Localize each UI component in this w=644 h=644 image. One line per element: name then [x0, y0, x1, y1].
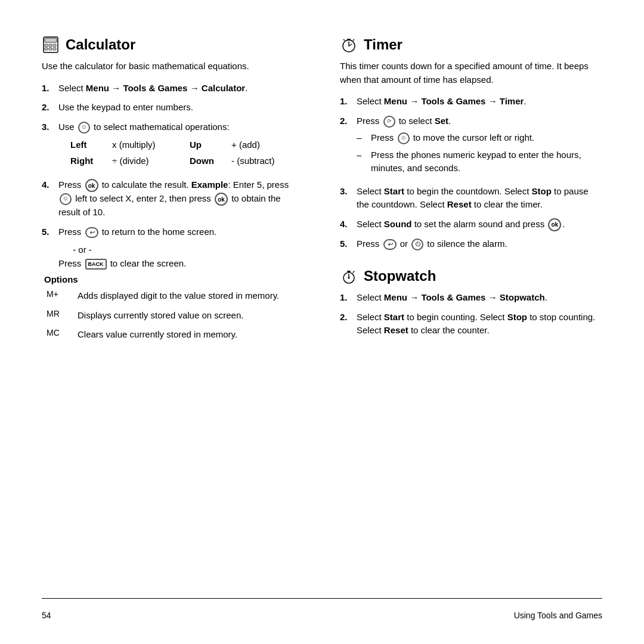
calculator-icon: [42, 36, 60, 54]
page-number: 54: [42, 611, 51, 620]
timer-step-3: 3. Select Start to begin the countdown. …: [340, 185, 602, 212]
stopwatch-section: Stopwatch 1. Select Menu → Tools & Games…: [340, 267, 602, 338]
back-button-icon: BACK: [85, 259, 107, 270]
svg-rect-5: [45, 48, 48, 50]
timer-step-1: 1. Select Menu → Tools & Games → Timer.: [340, 95, 602, 109]
opt-mplus-key: M+: [47, 289, 69, 303]
svg-rect-7: [53, 48, 56, 50]
timer-section: Timer This timer counts down for a speci…: [340, 36, 602, 250]
calculator-heading: Calculator: [66, 36, 135, 53]
stopwatch-step-2: 2. Select Start to begin counting. Selec…: [340, 311, 602, 338]
nav-icon-2: ⊙: [60, 193, 72, 205]
footer-text: Using Tools and Games: [514, 611, 602, 620]
calculator-section: Calculator Use the calculator for basic …: [42, 36, 304, 586]
calc-step-5: 5. Press ↩ to return to the home screen.: [42, 225, 304, 239]
svg-rect-16: [347, 271, 351, 272]
power-icon: ⏻: [411, 239, 423, 250]
svg-rect-11: [347, 39, 351, 40]
nav-icon: ⊙: [78, 122, 90, 134]
opt-mr-key: MR: [47, 309, 69, 323]
or-block: - or - Press BACK to clear the screen.: [58, 244, 304, 270]
timer-heading: Timer: [364, 36, 402, 53]
right-column: Timer This timer counts down for a speci…: [340, 36, 602, 586]
calculator-steps: 1. Select Menu → Tools & Games → Calcula…: [42, 82, 304, 239]
svg-line-12: [353, 39, 354, 41]
set-icon: ⟳: [383, 116, 395, 128]
opt-mc-key: MC: [47, 328, 69, 342]
timer-intro: This timer counts down for a specified a…: [340, 60, 602, 86]
press-back: Press BACK to clear the screen.: [58, 258, 304, 270]
timer-title: Timer: [340, 36, 602, 54]
options-table: M+ Adds displayed digit to the value sto…: [47, 289, 304, 342]
timer-step-5: 5. Press ↩ or ⏻ to silence the alarm.: [340, 237, 602, 251]
opt-mc-desc: Clears value currently stored in memory.: [78, 328, 304, 342]
calculator-intro: Use the calculator for basic mathematica…: [42, 60, 304, 73]
stopwatch-title: Stopwatch: [340, 267, 602, 285]
svg-rect-6: [49, 48, 52, 50]
timer-sub-steps: – Press ⊙ to move the cursor left or rig…: [357, 131, 602, 175]
svg-line-18: [353, 271, 354, 273]
or-label: - or -: [58, 244, 106, 255]
calculator-title: Calculator: [42, 36, 304, 54]
calc-step-3: 3. Use ⊙ to select mathematical operatio…: [42, 120, 304, 173]
svg-point-19: [348, 277, 350, 279]
stopwatch-heading: Stopwatch: [364, 268, 436, 284]
svg-rect-1: [45, 38, 57, 42]
timer-sub-2: – Press the phones numeric keypad to ent…: [357, 148, 602, 175]
calc-step-4: 4. Press ok to calculate the result. Exa…: [42, 178, 304, 219]
timer-sub-1: – Press ⊙ to move the cursor left or rig…: [357, 131, 602, 145]
svg-rect-3: [49, 44, 52, 47]
ok-icon-timer: ok: [548, 218, 561, 231]
opt-mr-desc: Displays currently stored value on scree…: [78, 309, 304, 323]
calc-step-1: 1. Select Menu → Tools & Games → Calcula…: [42, 82, 304, 95]
stopwatch-steps: 1. Select Menu → Tools & Games → Stopwat…: [340, 291, 602, 338]
ok-button-icon: ok: [85, 179, 98, 192]
timer-step-4: 4. Select Sound to set the alarm sound a…: [340, 218, 602, 231]
opt-mplus-desc: Adds displayed digit to the value stored…: [78, 289, 304, 303]
stopwatch-step-1: 1. Select Menu → Tools & Games → Stopwat…: [340, 291, 602, 305]
options-title: Options: [44, 274, 304, 284]
end-icon: ↩: [85, 227, 98, 238]
options-section: Options M+ Adds displayed digit to the v…: [42, 274, 304, 342]
footer: 54 Using Tools and Games: [42, 598, 602, 620]
calc-step-2: 2. Use the keypad to enter numbers.: [42, 101, 304, 114]
timer-steps: 1. Select Menu → Tools & Games → Timer. …: [340, 95, 602, 250]
timer-icon: [340, 36, 358, 54]
nav-icon-timer: ⊙: [398, 132, 410, 144]
page: Calculator Use the calculator for basic …: [0, 0, 644, 644]
timer-step-2: 2. Press ⟳ to select Set. – Press ⊙ to m…: [340, 114, 602, 179]
end-icon-timer: ↩: [383, 239, 397, 250]
svg-line-13: [343, 39, 345, 41]
stopwatch-icon: [340, 267, 358, 285]
svg-rect-4: [53, 44, 56, 47]
ok-button-icon-2: ok: [215, 193, 228, 206]
key-grid: Left x (multiply) Up + (add) Right ÷ (di…: [70, 138, 304, 168]
svg-rect-2: [45, 44, 48, 47]
